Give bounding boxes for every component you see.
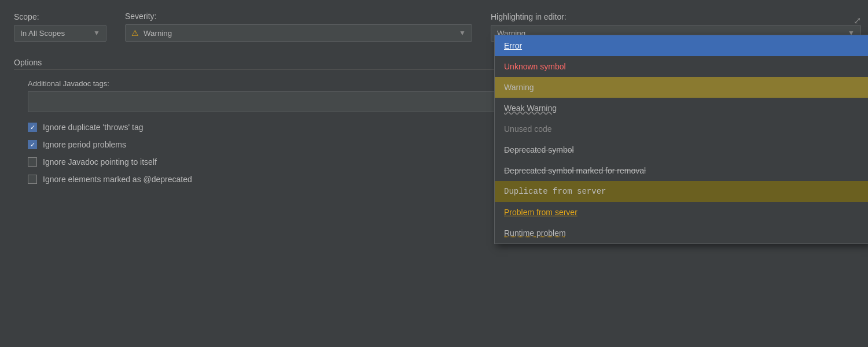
severity-group: Severity: ⚠ Warning ▼ bbox=[125, 12, 472, 42]
dropdown-item-problem-server-label: Problem from server bbox=[504, 208, 578, 217]
dropdown-item-unused-code-label: Unused code bbox=[504, 124, 552, 134]
severity-arrow: ▼ bbox=[459, 29, 466, 37]
severity-label: Severity: bbox=[125, 12, 472, 21]
checkbox-ignore-deprecated[interactable] bbox=[28, 175, 37, 184]
top-right-icons: ⤢ bbox=[852, 14, 862, 27]
dropdown-item-warning-label: Warning bbox=[504, 83, 534, 92]
checkbox-ignore-deprecated-label: Ignore elements marked as @deprecated bbox=[43, 175, 192, 184]
dropdown-item-runtime-problem-label: Runtime problem bbox=[504, 228, 566, 238]
severity-dropdown[interactable]: ⚠ Warning ▼ bbox=[125, 24, 472, 42]
dropdown-item-warning[interactable]: Warning bbox=[495, 77, 868, 98]
dropdown-item-duplicate-server[interactable]: Duplicate from server bbox=[495, 181, 868, 202]
highlighting-dropdown-menu: Error Unknown symbol Warning Weak Warnin… bbox=[494, 35, 868, 244]
checkbox-ignore-throws[interactable] bbox=[28, 123, 37, 132]
checkbox-ignore-throws-label: Ignore duplicate 'throws' tag bbox=[43, 123, 143, 132]
main-container: Scope: In All Scopes ▼ Severity: ⚠ Warni… bbox=[0, 0, 868, 207]
scope-value: In All Scopes bbox=[20, 29, 65, 38]
dropdown-item-deprecated-removal[interactable]: Deprecated symbol marked for removal bbox=[495, 160, 868, 181]
dropdown-item-deprecated-symbol[interactable]: Deprecated symbol bbox=[495, 139, 868, 160]
dropdown-item-unused-code[interactable]: Unused code bbox=[495, 119, 868, 139]
dropdown-item-error[interactable]: Error bbox=[495, 35, 868, 56]
expand-icon[interactable]: ⤢ bbox=[852, 14, 862, 27]
dropdown-item-weak-warning-label: Weak Warning bbox=[504, 104, 557, 113]
checkbox-ignore-javadoc[interactable] bbox=[28, 157, 37, 167]
scope-dropdown[interactable]: In All Scopes ▼ bbox=[14, 25, 106, 42]
dropdown-item-problem-server[interactable]: Problem from server bbox=[495, 202, 868, 223]
checkbox-ignore-period[interactable] bbox=[28, 140, 37, 149]
dropdown-item-deprecated-symbol-label: Deprecated symbol bbox=[504, 145, 574, 154]
scope-group: Scope: In All Scopes ▼ bbox=[14, 12, 106, 42]
highlighting-label: Highlighting in editor: bbox=[491, 12, 861, 21]
checkbox-ignore-period-label: Ignore period problems bbox=[43, 140, 126, 149]
scope-arrow: ▼ bbox=[93, 29, 100, 37]
dropdown-item-error-label: Error bbox=[504, 41, 522, 50]
dropdown-item-unknown-symbol-label: Unknown symbol bbox=[504, 62, 566, 71]
dropdown-item-deprecated-removal-label: Deprecated symbol marked for removal bbox=[504, 166, 646, 175]
dropdown-item-unknown-symbol[interactable]: Unknown symbol bbox=[495, 56, 868, 77]
dropdown-item-duplicate-server-label: Duplicate from server bbox=[504, 187, 606, 196]
checkbox-ignore-javadoc-label: Ignore Javadoc pointing to itself bbox=[43, 157, 157, 167]
scope-label: Scope: bbox=[14, 12, 106, 21]
dropdown-item-weak-warning[interactable]: Weak Warning bbox=[495, 98, 868, 119]
warning-icon: ⚠ bbox=[131, 28, 139, 38]
severity-value: Warning bbox=[144, 29, 172, 38]
javadoc-input[interactable] bbox=[28, 91, 508, 112]
dropdown-list: Error Unknown symbol Warning Weak Warnin… bbox=[494, 35, 868, 244]
dropdown-item-runtime-problem[interactable]: Runtime problem bbox=[495, 223, 868, 243]
